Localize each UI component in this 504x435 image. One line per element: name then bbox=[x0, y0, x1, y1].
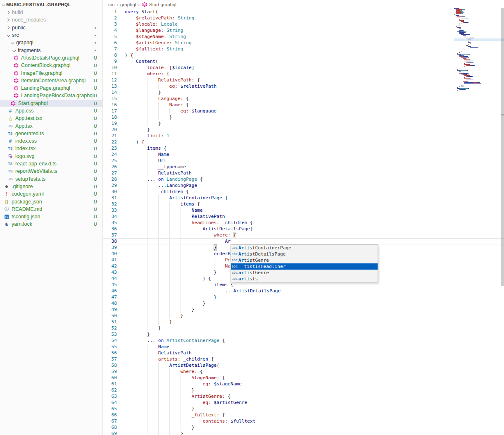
code-line-26[interactable]: 26 __typename bbox=[103, 164, 504, 170]
code-line-28[interactable]: 28 ... on LandingPage { bbox=[103, 176, 504, 182]
code-line-4[interactable]: 4 $language: String bbox=[103, 27, 504, 33]
tree-item-setuptests-ts[interactable]: TSsetupTests.tsU bbox=[0, 175, 102, 183]
tree-item-fragments[interactable]: fragments● bbox=[0, 46, 102, 54]
code-line-15[interactable]: 15 Language: { bbox=[103, 96, 504, 102]
tree-item-generated-ts[interactable]: TSgenerated.tsU bbox=[0, 130, 102, 137]
tree-item-yarn-lock[interactable]: ♞yarn.lockU bbox=[0, 220, 102, 228]
code-line-52[interactable]: 52 } bbox=[103, 325, 504, 331]
code-area[interactable]: 1query Start(2 $relativePath: String3 $l… bbox=[103, 9, 504, 435]
code-line-48[interactable]: 48 } bbox=[103, 300, 504, 306]
code-line-63[interactable]: 63 ArtistGenre: { bbox=[103, 393, 504, 399]
code-line-57[interactable]: 57 artists: _children { bbox=[103, 356, 504, 362]
code-line-14[interactable]: 14 } bbox=[103, 89, 504, 96]
tree-item-src[interactable]: src● bbox=[0, 31, 102, 39]
explorer-root-folder[interactable]: MUSIC-FESTIVAL-GRAPHQL bbox=[0, 0, 102, 9]
code-line-25[interactable]: 25 Url bbox=[103, 158, 504, 164]
code-line-2[interactable]: 2 $relativePath: String bbox=[103, 15, 504, 21]
tree-item-app-css[interactable]: #App.cssU bbox=[0, 107, 102, 115]
code-line-60[interactable]: 60 StageName: { bbox=[103, 375, 504, 381]
code-line-62[interactable]: 62 } bbox=[103, 387, 504, 393]
code-line-10[interactable]: 10 locale: [$locale] bbox=[103, 65, 504, 71]
code-line-19[interactable]: 19 } bbox=[103, 120, 504, 127]
code-line-24[interactable]: 24 Name bbox=[103, 151, 504, 158]
tree-item-itemsincontentarea-graphql[interactable]: ItemsInContentArea.graphqlU bbox=[0, 77, 102, 84]
code-line-3[interactable]: 3 $locale: Locale bbox=[103, 21, 504, 27]
code-line-21[interactable]: 21 limit: 1 bbox=[103, 133, 504, 139]
code-line-33[interactable]: 33 Name bbox=[103, 207, 504, 213]
autocomplete-item-ArtistDetailsPage[interactable]: abcArtistDetailsPage bbox=[231, 251, 378, 257]
code-line-32[interactable]: 32 items { bbox=[103, 201, 504, 207]
code-line-45[interactable]: 45 items { bbox=[103, 282, 504, 288]
code-line-56[interactable]: 56 RelativePath bbox=[103, 350, 504, 356]
code-line-9[interactable]: 9 Content( bbox=[103, 58, 504, 65]
minimap[interactable] bbox=[454, 0, 501, 108]
code-line-16[interactable]: 16 Name: { bbox=[103, 102, 504, 108]
code-line-38[interactable]: 38 Ar bbox=[103, 238, 504, 244]
tree-item-react-app-env-d-ts[interactable]: TSreact-app-env.d.tsU bbox=[0, 160, 102, 167]
tree-item--gitignore[interactable]: ◆.gitignoreU bbox=[0, 183, 102, 190]
tree-item-public[interactable]: public● bbox=[0, 24, 102, 31]
scrollbar[interactable] bbox=[501, 0, 504, 435]
tree-item-landingpageblockdata-graphql[interactable]: LandingPageBlockData.graphqlU bbox=[0, 92, 102, 99]
code-line-22[interactable]: 22 ) { bbox=[103, 139, 504, 145]
code-line-50[interactable]: 50 } bbox=[103, 313, 504, 319]
code-line-6[interactable]: 6 $artistGenre: String bbox=[103, 40, 504, 46]
code-line-23[interactable]: 23 items { bbox=[103, 145, 504, 151]
tree-item-node-modules[interactable]: node_modules bbox=[0, 16, 102, 24]
code-line-34[interactable]: 34 RelativePath bbox=[103, 213, 504, 220]
code-line-31[interactable]: 31 ArtistContainerPage { bbox=[103, 195, 504, 201]
code-line-7[interactable]: 7 $fulltext: String bbox=[103, 46, 504, 52]
code-line-11[interactable]: 11 where: { bbox=[103, 71, 504, 77]
code-line-67[interactable]: 67 contains: $fulltext bbox=[103, 418, 504, 424]
code-line-13[interactable]: 13 eq: $relativePath bbox=[103, 83, 504, 89]
code-line-1[interactable]: 1query Start( bbox=[103, 9, 504, 15]
autocomplete-item-ArtistIsHeadliner[interactable]: abcArtistIsHeadliner bbox=[231, 263, 378, 270]
tree-item-contentblock-graphql[interactable]: ContentBlock.graphqlU bbox=[0, 62, 102, 69]
code-line-27[interactable]: 27 RelativePath bbox=[103, 170, 504, 176]
code-line-12[interactable]: 12 RelativePath: { bbox=[103, 77, 504, 83]
breadcrumb-segment[interactable]: graphql bbox=[120, 2, 136, 7]
tree-item-tsconfig-json[interactable]: TStsconfig.jsonU bbox=[0, 213, 102, 220]
autocomplete-item-artistGenre[interactable]: abcartistGenre bbox=[231, 270, 378, 276]
tree-item-graphql[interactable]: graphql● bbox=[0, 39, 102, 46]
tree-item-imagefile-graphql[interactable]: ImageFile.graphqlU bbox=[0, 69, 102, 76]
code-line-37[interactable]: 37 where: { bbox=[103, 232, 504, 238]
tree-item-reportwebvitals-ts[interactable]: TSreportWebVitals.tsU bbox=[0, 167, 102, 175]
code-line-64[interactable]: 64 eq: $artistGenre bbox=[103, 399, 504, 406]
code-line-8[interactable]: 8) { bbox=[103, 52, 504, 58]
tree-item-index-css[interactable]: #index.cssU bbox=[0, 137, 102, 145]
code-line-51[interactable]: 51 } bbox=[103, 319, 504, 325]
code-line-69[interactable]: 69 } bbox=[103, 430, 504, 435]
tree-item-readme-md[interactable]: ⓘREADME.mdU bbox=[0, 206, 102, 213]
tree-item-logo-svg[interactable]: logo.svgU bbox=[0, 153, 102, 160]
code-line-29[interactable]: 29 ...LandingPage bbox=[103, 182, 504, 189]
tree-item-start-graphql[interactable]: Start.graphqlU bbox=[0, 100, 102, 107]
code-line-53[interactable]: 53 } bbox=[103, 331, 504, 337]
code-line-66[interactable]: 66 _fulltext: { bbox=[103, 412, 504, 418]
code-line-35[interactable]: 35 headlines: _children { bbox=[103, 220, 504, 226]
tree-item-artistdetailspage-graphql[interactable]: ArtistDetailsPage.graphqlU bbox=[0, 54, 102, 62]
code-line-47[interactable]: 47 } bbox=[103, 294, 504, 300]
scrollbar-thumb[interactable] bbox=[501, 8, 504, 286]
code-line-55[interactable]: 55 Name bbox=[103, 344, 504, 350]
code-line-18[interactable]: 18 } bbox=[103, 114, 504, 120]
code-line-61[interactable]: 61 eq: $stageName bbox=[103, 381, 504, 387]
code-line-20[interactable]: 20 } bbox=[103, 127, 504, 133]
breadcrumb-segment[interactable]: src bbox=[108, 2, 114, 7]
code-line-59[interactable]: 59 where: { bbox=[103, 368, 504, 375]
code-line-46[interactable]: 46 ...ArtistDetailsPage bbox=[103, 288, 504, 294]
code-line-58[interactable]: 58 ArtistDetailsPage( bbox=[103, 362, 504, 368]
tree-item-app-test-tsx[interactable]: App.test.tsxU bbox=[0, 115, 102, 122]
autocomplete-item-ArtistGenre[interactable]: abcArtistGenre bbox=[231, 257, 378, 263]
code-line-49[interactable]: 49 } bbox=[103, 306, 504, 313]
breadcrumb-file[interactable]: Start.graphql bbox=[142, 2, 176, 7]
code-line-65[interactable]: 65 } bbox=[103, 406, 504, 412]
autocomplete-item-ArtistContainerPage[interactable]: abcArtistContainerPage bbox=[231, 245, 378, 251]
code-line-5[interactable]: 5 $stageName: String bbox=[103, 33, 504, 40]
tree-item-landingpage-graphql[interactable]: LandingPage.graphqlU bbox=[0, 84, 102, 92]
tree-item-app-tsx[interactable]: TSApp.tsxU bbox=[0, 122, 102, 129]
code-line-30[interactable]: 30 _children { bbox=[103, 189, 504, 195]
code-line-17[interactable]: 17 eq: $language bbox=[103, 108, 504, 114]
tree-item-codegen-yaml[interactable]: !codegen.yamlU bbox=[0, 190, 102, 198]
autocomplete-item-artists[interactable]: abcartists bbox=[231, 276, 378, 282]
